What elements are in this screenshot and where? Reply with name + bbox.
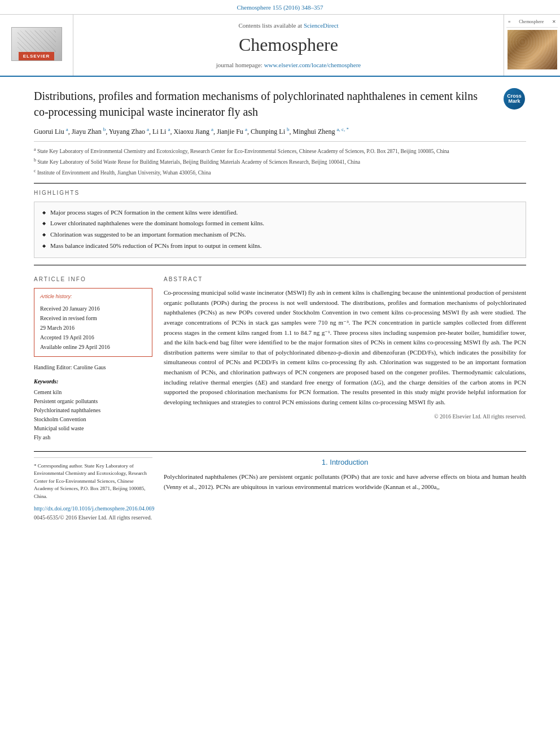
affiliations-section: a State Key Laboratory of Environmental … <box>34 141 526 177</box>
abstract-title: ABSTRACT <box>164 276 526 283</box>
article-title-section: Distributions, profiles and formation me… <box>34 77 526 125</box>
footnote-column: * Corresponding author. State Key Labora… <box>34 457 152 522</box>
received-date: Received 20 January 2016 <box>40 304 146 313</box>
affiliation-a: a State Key Laboratory of Environmental … <box>34 146 526 155</box>
article-title: Distributions, profiles and formation me… <box>34 88 504 120</box>
crossmark-section[interactable]: CrossMark <box>504 88 526 111</box>
history-content: Received 20 January 2016 Received in rev… <box>40 304 146 352</box>
authors-line: Guorui Liu a, Jiayu Zhan b, Yuyang Zhao … <box>34 125 526 137</box>
keywords-section: Keywords: Cement kiln Persistent organic… <box>34 378 152 442</box>
highlight-item-4: Mass balance indicated 50% reduction of … <box>42 241 518 251</box>
journal-homepage-link[interactable]: www.elsevier.com/locate/chemosphere <box>264 62 361 68</box>
journal-info-center: Contents lists available at ScienceDirec… <box>73 15 504 76</box>
elsevier-logo-section: ELSEVIER <box>0 15 73 76</box>
divider-3 <box>34 451 526 452</box>
keyword-3: Polychlorinated naphthalenes <box>34 406 152 415</box>
highlight-item-1: Major process stages of PCN formation in… <box>42 208 518 218</box>
handling-editor: Handling Editor: Caroline Gaus <box>34 362 152 372</box>
keywords-title: Keywords: <box>34 378 152 386</box>
article-info-title: ARTICLE INFO <box>34 276 152 283</box>
introduction-text: Polychlorinated naphthalenes (PCNs) are … <box>164 472 526 492</box>
journal-cover-thumbnail <box>508 30 557 69</box>
received-revised-label: Received in revised form <box>40 313 146 323</box>
thumb-label-bar: ≡ Chemosphere ✕ <box>506 17 558 27</box>
journal-reference-bar: Chemosphere 155 (2016) 348–357 <box>0 0 560 15</box>
keyword-6: Fly ash <box>34 433 152 442</box>
main-content: Distributions, profiles and formation me… <box>0 77 560 522</box>
history-label: Article history: <box>40 293 146 300</box>
bottom-footer-section: * Corresponding author. State Key Labora… <box>34 457 526 522</box>
abstract-column: ABSTRACT Co-processing municipal solid w… <box>164 270 526 442</box>
science-direct-link[interactable]: ScienceDirect <box>304 22 339 29</box>
keyword-2: Persistent organic pollutants <box>34 397 152 406</box>
available-online-date: Available online 29 April 2016 <box>40 342 146 352</box>
keyword-1: Cement kiln <box>34 388 152 397</box>
journal-header: ELSEVIER Contents lists available at Sci… <box>0 15 560 77</box>
elsevier-tree-image: ELSEVIER <box>11 27 62 61</box>
doi-link[interactable]: http://dx.doi.org/10.1016/j.chemosphere.… <box>34 505 152 513</box>
accepted-date: Accepted 19 April 2016 <box>40 333 146 342</box>
elsevier-wordmark: ELSEVIER <box>19 52 55 60</box>
issn-line: 0045-6535/© 2016 Elsevier Ltd. All right… <box>34 514 152 522</box>
affiliation-c: c Institute of Environment and Health, J… <box>34 168 526 177</box>
intro-section-heading: 1. Introduction <box>164 457 526 468</box>
article-info-abstract-section: ARTICLE INFO Article history: Received 2… <box>34 270 526 442</box>
highlight-item-2: Lower chlorinated naphthalenes were the … <box>42 219 518 229</box>
affiliation-b: b State Key Laboratory of Solid Waste Re… <box>34 157 526 166</box>
article-info-column: ARTICLE INFO Article history: Received 2… <box>34 270 152 442</box>
abstract-text: Co-processing municipal solid waste inci… <box>164 288 526 407</box>
journal-thumbnail-section: ≡ Chemosphere ✕ <box>504 15 560 76</box>
elsevier-logo: ELSEVIER <box>11 27 62 63</box>
corresponding-author-footnote: * Corresponding author. State Key Labora… <box>34 457 152 501</box>
copyright-line: © 2016 Elsevier Ltd. All rights reserved… <box>164 410 526 421</box>
journal-homepage-line: journal homepage: www.elsevier.com/locat… <box>216 61 361 69</box>
keyword-5: Municipal solid waste <box>34 424 152 433</box>
crossmark-icon: CrossMark <box>504 88 525 110</box>
divider-1 <box>34 183 526 184</box>
divider-2 <box>34 265 526 265</box>
highlights-box: Major process stages of PCN formation in… <box>34 202 526 258</box>
highlights-section-title: HIGHLIGHTS <box>34 189 526 197</box>
authors-text: Guorui Liu a, Jiayu Zhan b, Yuyang Zhao … <box>34 128 349 136</box>
journal-title: Chemosphere <box>239 32 338 58</box>
revised-date: 29 March 2016 <box>40 323 146 333</box>
keyword-4: Stockholm Convention <box>34 415 152 424</box>
contents-available-line: Contents lists available at ScienceDirec… <box>238 21 338 30</box>
introduction-column: 1. Introduction Polychlorinated naphthal… <box>164 457 526 522</box>
highlight-item-3: Chlorination was suggested to be an impo… <box>42 230 518 240</box>
journal-ref-text: Chemosphere 155 (2016) 348–357 <box>237 4 323 11</box>
article-info-box: Article history: Received 20 January 201… <box>34 288 152 357</box>
